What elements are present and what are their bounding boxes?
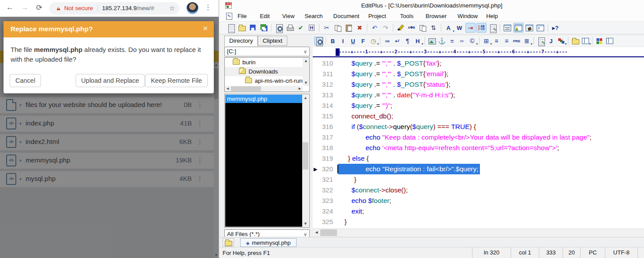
cut-icon[interactable]: ✂ bbox=[322, 23, 332, 33]
back-icon[interactable]: ← bbox=[6, 3, 14, 12]
window-arrange-icon[interactable]: ▾ bbox=[581, 37, 590, 45]
folder-tree[interactable]: burinDownloadsapi-ms-win-crt-runtim ▲▼ ◄… bbox=[224, 57, 310, 92]
url-text[interactable]: 185.27.134.9/new/# bbox=[102, 5, 154, 11]
context-help-icon[interactable]: ▸? bbox=[550, 23, 560, 33]
table-icon[interactable]: ⊞▾ bbox=[482, 37, 491, 45]
open-file-icon[interactable] bbox=[237, 23, 247, 33]
browser-preview-icon[interactable] bbox=[314, 37, 323, 45]
syntax-highlight-icon[interactable] bbox=[487, 23, 498, 33]
hr-icon[interactable]: = bbox=[447, 37, 457, 45]
menu-tools[interactable]: Tools bbox=[400, 13, 413, 19]
anchor-icon[interactable]: ⚓ bbox=[437, 37, 446, 45]
code-line-325[interactable]: 325} bbox=[313, 217, 644, 227]
font-size-icon[interactable]: A▾ bbox=[443, 23, 454, 33]
menu-edit[interactable]: Edit bbox=[260, 13, 270, 19]
tree-item-burin[interactable]: burin bbox=[225, 58, 303, 67]
underline-icon[interactable]: U bbox=[348, 37, 358, 45]
code-line-320[interactable]: 320▶echo "Registration : fail<br/>".$que… bbox=[313, 164, 644, 174]
code-line-323[interactable]: 323echo $footer; bbox=[313, 195, 644, 206]
menu-view[interactable]: View bbox=[282, 13, 295, 19]
document-tab[interactable]: ◈memmysql.php bbox=[240, 238, 296, 247]
file-list[interactable]: memmysql.php ▲ ▼ bbox=[224, 94, 310, 228]
new-file-icon[interactable] bbox=[226, 23, 236, 33]
tab-cliptext[interactable]: Cliptext bbox=[258, 36, 287, 46]
code-line-313[interactable]: 313$query .= "','" . date("Y-m-d H:i:s")… bbox=[313, 90, 644, 100]
color-squares-icon[interactable] bbox=[595, 37, 604, 45]
document-list-icon[interactable] bbox=[502, 23, 512, 33]
tree-item-api-ms-win-crt-runtim[interactable]: api-ms-win-crt-runtim bbox=[225, 76, 303, 85]
paragraph-icon[interactable]: ¶ bbox=[403, 37, 412, 45]
line-break-icon[interactable]: ↵ bbox=[393, 37, 402, 45]
tab-directory[interactable]: Directory bbox=[224, 36, 258, 46]
code-line-324[interactable]: 324exit; bbox=[313, 206, 644, 217]
address-bar[interactable]: ▲! Not secure | 185.27.134.9/new/# ☆ bbox=[49, 2, 179, 15]
tree-item-downloads[interactable]: Downloads bbox=[225, 67, 303, 76]
copyright-icon[interactable]: ©▾ bbox=[468, 37, 477, 45]
menu-browser[interactable]: Browser bbox=[426, 13, 447, 19]
folder-icon[interactable] bbox=[571, 37, 580, 45]
editor-hscrollbar[interactable]: ◄ bbox=[313, 229, 644, 236]
comment-icon[interactable]: <!· bbox=[457, 37, 467, 45]
reload-icon[interactable]: ⟳ bbox=[36, 3, 42, 12]
indent-guides-icon[interactable]: ⇥ bbox=[465, 23, 476, 33]
profile-avatar[interactable] bbox=[187, 2, 198, 14]
menu-project[interactable]: Project bbox=[368, 13, 386, 19]
upload-and-replace-button[interactable]: Upload and Replace bbox=[76, 74, 145, 87]
bookmark-star-icon[interactable]: ☆ bbox=[169, 4, 175, 12]
nbsp-icon[interactable]: nb bbox=[383, 37, 392, 45]
align-center-icon[interactable]: ≡ bbox=[492, 37, 501, 45]
tree-vscrollbar[interactable]: ▲▼ bbox=[303, 58, 309, 86]
sidebar-toggle-icon[interactable] bbox=[513, 23, 523, 33]
code-line-310[interactable]: 310$query .= "','" . $_POST{'fax'}; bbox=[313, 58, 644, 69]
italic-icon[interactable]: I bbox=[338, 37, 348, 45]
code-line-315[interactable]: 315connect_db(); bbox=[313, 111, 644, 122]
word-wrap-icon[interactable]: W bbox=[454, 23, 465, 33]
heading-icon[interactable]: H▾ bbox=[413, 37, 422, 45]
font-tag-icon[interactable]: F bbox=[359, 37, 368, 45]
image-icon[interactable] bbox=[427, 37, 436, 45]
spell-check-icon[interactable]: ✔ bbox=[296, 23, 306, 33]
scroll-left-icon[interactable]: ◄ bbox=[313, 229, 320, 236]
code-line-322[interactable]: 322$connect->close(); bbox=[313, 185, 644, 195]
drive-select[interactable]: [C:]∨ bbox=[224, 47, 310, 56]
redo-icon[interactable]: ↷ bbox=[381, 23, 391, 33]
cancel-button[interactable]: Cancel bbox=[10, 74, 41, 87]
tree-hscrollbar[interactable]: ◄► bbox=[225, 86, 303, 92]
selected-file-item[interactable]: memmysql.php bbox=[225, 95, 302, 103]
time-stamp-icon[interactable]: ◷▾ bbox=[369, 37, 378, 45]
bold-icon[interactable]: B bbox=[328, 37, 337, 45]
duplicate-line-icon[interactable] bbox=[417, 23, 428, 33]
frames-icon[interactable] bbox=[605, 37, 614, 45]
line-numbers-icon[interactable]: 1 AB 2 CD bbox=[476, 23, 487, 33]
filelist-scrollbar[interactable]: ▲ ▼ bbox=[302, 95, 309, 227]
menu-file[interactable]: File bbox=[238, 13, 247, 19]
code-line-312[interactable]: 312$query .= "','" . $_POST{'status'}; bbox=[313, 79, 644, 90]
script-tag-icon[interactable] bbox=[536, 37, 545, 45]
code-line-319[interactable]: 319} else { bbox=[313, 153, 644, 164]
code-editor[interactable]: 310$query .= "','" . $_POST{'fax'};311$q… bbox=[313, 58, 644, 229]
print-icon[interactable] bbox=[285, 23, 295, 33]
scroll-thumb[interactable] bbox=[320, 229, 337, 236]
menu-help[interactable]: Help bbox=[486, 13, 498, 19]
delete-icon[interactable]: ✖ bbox=[355, 23, 365, 33]
highlight-marker-icon[interactable] bbox=[395, 23, 406, 33]
dialog-close-icon[interactable]: × bbox=[203, 24, 208, 33]
code-line-318[interactable]: 318echo '<meta http-equiv=refresh conten… bbox=[313, 143, 644, 153]
browser-menu-icon[interactable]: ⋮ bbox=[205, 3, 212, 11]
not-secure-label[interactable]: Not secure bbox=[64, 5, 93, 11]
align-right-icon[interactable]: ≡ bbox=[502, 37, 511, 45]
javascript-icon[interactable]: J bbox=[546, 37, 556, 45]
undo-icon[interactable]: ↶ bbox=[370, 23, 380, 33]
code-line-321[interactable]: 321} bbox=[313, 174, 644, 185]
print-preview-icon[interactable] bbox=[274, 23, 284, 33]
menu-search[interactable]: Search bbox=[304, 13, 322, 19]
document-menu-icon[interactable]: ✎ bbox=[226, 13, 232, 20]
save-all-icon[interactable] bbox=[259, 23, 269, 33]
code-line-314[interactable]: 314$query .= "')"; bbox=[313, 100, 644, 111]
pre-tag-icon[interactable]: PRE bbox=[512, 37, 521, 45]
code-line-311[interactable]: 311$query .= "','" . $_POST{'email'}; bbox=[313, 69, 644, 79]
code-line-317[interactable]: 317echo "Keep data : completely<br/>Your… bbox=[313, 132, 644, 143]
menu-window[interactable]: Window bbox=[457, 13, 478, 19]
find-replace-icon[interactable]: A�B bbox=[406, 23, 417, 33]
list-tag-icon[interactable]: ≣▾ bbox=[522, 37, 531, 45]
